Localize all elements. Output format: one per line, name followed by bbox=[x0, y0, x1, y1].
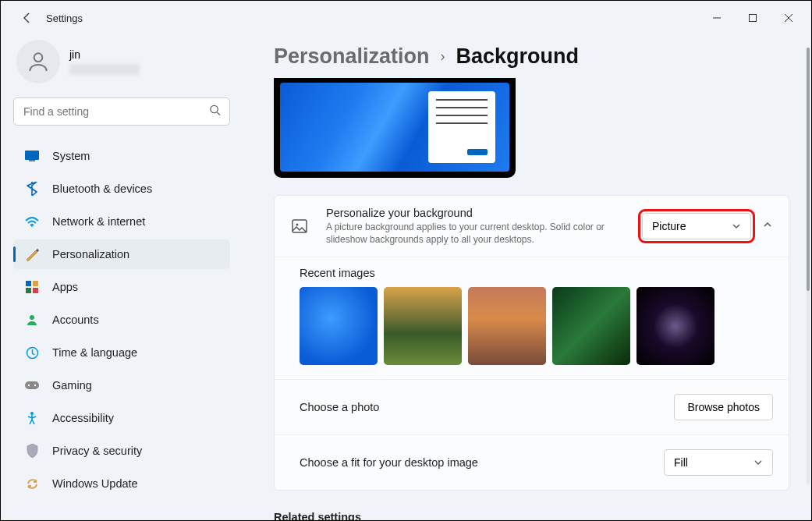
network-icon bbox=[24, 214, 40, 229]
chevron-right-icon: › bbox=[441, 48, 445, 65]
svg-point-3 bbox=[211, 105, 218, 112]
avatar bbox=[16, 40, 60, 83]
update-icon bbox=[24, 476, 40, 491]
breadcrumb: Personalization › Background bbox=[274, 44, 789, 69]
titlebar: Settings bbox=[1, 1, 811, 35]
nav-label: Time & language bbox=[52, 346, 137, 359]
chevron-down-icon bbox=[753, 458, 763, 467]
maximize-button[interactable] bbox=[735, 5, 771, 30]
personalize-title: Personalize your background bbox=[326, 207, 642, 219]
dropdown-value: Fill bbox=[674, 456, 688, 469]
close-icon bbox=[784, 13, 793, 23]
chevron-down-icon bbox=[732, 222, 741, 231]
personalize-card: Personalize your background A picture ba… bbox=[274, 195, 789, 491]
breadcrumb-parent[interactable]: Personalization bbox=[274, 44, 430, 69]
sidebar-item-apps[interactable]: Apps bbox=[13, 272, 230, 302]
accounts-icon bbox=[24, 312, 40, 328]
sidebar-item-bluetooth[interactable]: Bluetooth & devices bbox=[13, 174, 230, 204]
profile-block[interactable]: jin bbox=[13, 40, 230, 83]
privacy-icon bbox=[24, 443, 40, 459]
gaming-icon bbox=[24, 377, 40, 393]
personalize-subtitle: A picture background applies to your cur… bbox=[326, 221, 638, 246]
nav-label: Privacy & security bbox=[52, 445, 142, 457]
nav-label: Bluetooth & devices bbox=[52, 183, 152, 195]
nav-label: Personalization bbox=[52, 248, 129, 260]
sidebar-item-time[interactable]: Time & language bbox=[13, 338, 230, 367]
back-button[interactable] bbox=[18, 9, 37, 27]
arrow-left-icon bbox=[21, 12, 34, 24]
bluetooth-icon bbox=[24, 181, 40, 197]
profile-email-blurred bbox=[69, 64, 140, 75]
svg-rect-11 bbox=[33, 288, 38, 293]
svg-rect-8 bbox=[26, 281, 31, 286]
scrollbar-thumb[interactable] bbox=[807, 48, 810, 291]
svg-point-15 bbox=[28, 385, 30, 386]
svg-rect-14 bbox=[25, 381, 39, 389]
nav-label: Accounts bbox=[52, 314, 99, 326]
chevron-up-icon bbox=[762, 219, 773, 230]
search-input[interactable] bbox=[13, 97, 230, 126]
sidebar-item-network[interactable]: Network & internet bbox=[13, 207, 230, 236]
choose-fit-label: Choose a fit for your desktop image bbox=[300, 456, 664, 469]
sidebar-item-personalization[interactable]: Personalization bbox=[13, 239, 230, 269]
search-box bbox=[13, 97, 230, 126]
svg-point-2 bbox=[34, 53, 43, 62]
nav-label: Gaming bbox=[52, 379, 92, 392]
fit-dropdown[interactable]: Fill bbox=[664, 449, 773, 476]
recent-images-title: Recent images bbox=[300, 267, 773, 279]
svg-point-7 bbox=[31, 225, 33, 227]
svg-rect-1 bbox=[750, 15, 757, 22]
sidebar-item-accounts[interactable]: Accounts bbox=[13, 305, 230, 335]
profile-name: jin bbox=[69, 48, 140, 61]
browse-photos-button[interactable]: Browse photos bbox=[674, 394, 773, 420]
background-type-dropdown[interactable]: Picture bbox=[642, 213, 751, 239]
personalization-icon bbox=[24, 246, 40, 262]
sidebar-item-privacy[interactable]: Privacy & security bbox=[13, 436, 230, 466]
collapse-toggle[interactable] bbox=[762, 219, 773, 233]
picture-icon bbox=[290, 217, 309, 236]
nav-label: Network & internet bbox=[52, 215, 145, 228]
nav-list: System Bluetooth & devices Network & int… bbox=[13, 141, 230, 498]
svg-point-17 bbox=[30, 412, 34, 415]
svg-point-16 bbox=[34, 385, 36, 386]
accessibility-icon bbox=[24, 410, 40, 426]
preview-window bbox=[428, 91, 495, 163]
time-icon bbox=[24, 345, 40, 360]
person-icon bbox=[26, 49, 51, 74]
desktop-preview bbox=[274, 78, 516, 178]
dropdown-value: Picture bbox=[652, 220, 686, 232]
recent-thumb-1[interactable] bbox=[300, 287, 378, 365]
recent-thumb-3[interactable] bbox=[468, 287, 546, 365]
recent-thumb-4[interactable] bbox=[552, 287, 630, 365]
recent-thumb-5[interactable] bbox=[636, 287, 714, 365]
preview-wallpaper bbox=[280, 83, 509, 172]
svg-rect-5 bbox=[25, 151, 39, 160]
search-icon bbox=[209, 105, 221, 119]
sidebar-item-update[interactable]: Windows Update bbox=[13, 469, 230, 498]
svg-line-4 bbox=[217, 112, 220, 115]
recent-thumb-2[interactable] bbox=[384, 287, 462, 365]
minimize-icon bbox=[712, 13, 722, 23]
recent-thumbnails bbox=[300, 287, 773, 365]
sidebar-item-gaming[interactable]: Gaming bbox=[13, 370, 230, 400]
main-content: Personalization › Background Personalize… bbox=[243, 35, 811, 520]
window-title: Settings bbox=[46, 12, 83, 24]
svg-point-12 bbox=[30, 315, 34, 320]
system-icon bbox=[24, 148, 40, 164]
svg-rect-6 bbox=[29, 160, 35, 161]
window-controls bbox=[699, 5, 807, 30]
minimize-button[interactable] bbox=[699, 5, 735, 30]
sidebar: jin System Bluetooth & devices Network bbox=[1, 35, 243, 520]
nav-label: Apps bbox=[52, 281, 78, 293]
sidebar-item-system[interactable]: System bbox=[13, 141, 230, 171]
maximize-icon bbox=[748, 13, 757, 23]
apps-icon bbox=[24, 279, 40, 295]
svg-rect-10 bbox=[26, 288, 31, 293]
close-button[interactable] bbox=[771, 5, 807, 30]
related-settings-heading: Related settings bbox=[274, 511, 789, 520]
nav-label: System bbox=[52, 150, 90, 162]
nav-label: Windows Update bbox=[52, 477, 138, 490]
nav-label: Accessibility bbox=[52, 412, 114, 424]
sidebar-item-accessibility[interactable]: Accessibility bbox=[13, 403, 230, 433]
recent-images-section: Recent images bbox=[275, 257, 789, 380]
